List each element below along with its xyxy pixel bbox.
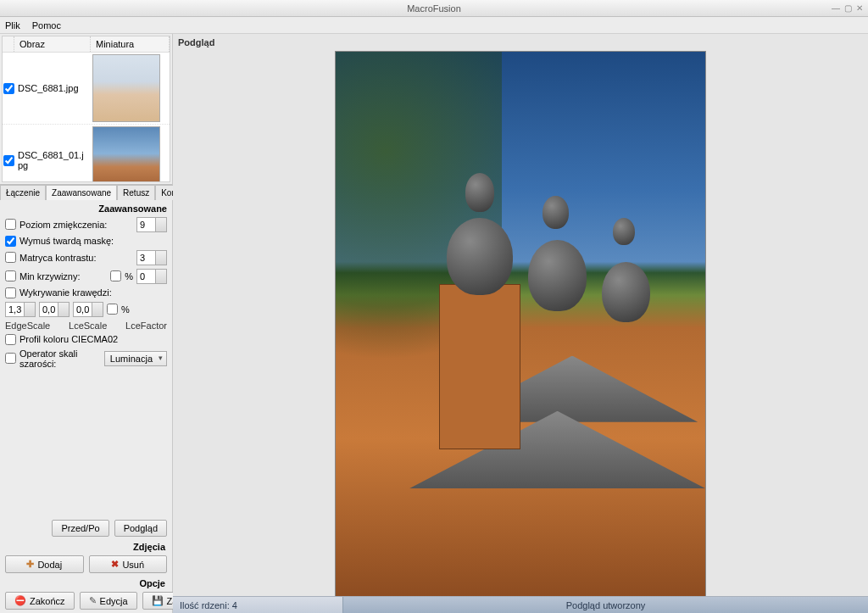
file-name: DSC_6881_01.jpg [14,148,91,172]
grayscale-checkbox[interactable] [5,353,16,364]
left-panel: Obraz Miniatura DSC_6881.jpg DSC_6881_01… [0,34,173,613]
file-thumbnail [92,126,160,181]
remove-button[interactable]: ✖Usuń [89,555,168,573]
file-row[interactable]: DSC_6881.jpg [3,53,170,125]
save-icon: 💾 [152,595,164,606]
preview-area [173,51,868,596]
x-icon: ✖ [111,559,119,570]
file-thumbnail [92,54,160,122]
ciecam-checkbox[interactable] [5,334,16,345]
hardmask-checkbox[interactable] [5,236,16,247]
edgescale-spinner[interactable]: 1,3 [5,302,36,317]
plus-icon: ✚ [26,559,34,570]
mincurv-label: Min krzywizny: [19,271,107,281]
quit-icon: ⛔ [14,595,26,606]
file-checkbox[interactable] [3,83,14,94]
file-name: DSC_6881.jpg [14,81,91,95]
settings-tabs: Łączenie Zaawansowane Retusz Konfiguracj… [0,184,172,200]
advanced-panel: Zaawansowane Poziom zmiękczenia: 9 Wymuś… [0,200,172,372]
col-image-header[interactable]: Obraz [14,36,91,52]
maximize-icon[interactable]: ▢ [843,3,853,14]
before-after-button[interactable]: Przed/Po [52,520,108,537]
menubar: Plik Pomoc [0,17,868,34]
file-list: Obraz Miniatura DSC_6881.jpg DSC_6881_01… [2,36,170,182]
tab-advanced[interactable]: Zaawansowane [46,185,117,200]
grayscale-combo[interactable]: Luminacja [104,351,167,366]
mincurv-spinner[interactable]: 0 [136,269,167,284]
edit-button[interactable]: ✎Edycja [80,592,137,610]
mincurv-checkbox[interactable] [5,270,16,281]
tab-retouch[interactable]: Retusz [117,185,155,200]
mincurv-pct-checkbox[interactable] [110,270,121,281]
statusbar: Ilość rdzeni: 4 Podgląd utworzony [173,596,868,613]
hardmask-label: Wymuś twardą maskę: [19,236,167,246]
edge-checkbox[interactable] [5,287,16,298]
grayscale-label: Operator skali szarości: [19,348,101,369]
options-section-label: Opcje [0,577,172,588]
lcefactor-spinner[interactable]: 0,0 [73,302,103,317]
preview-image [335,51,706,596]
contrast-checkbox[interactable] [5,252,16,263]
close-icon[interactable]: ✕ [854,3,865,14]
preview-label: Podgląd [173,34,868,51]
lcescale-spinner[interactable]: 0,0 [39,302,70,317]
file-list-header: Obraz Miniatura [3,36,170,53]
window-titlebar: MacroFusion — ▢ ✕ [0,0,868,17]
file-row[interactable]: DSC_6881_01.jpg [3,125,170,181]
status-message: Podgląd utworzony [342,597,868,613]
add-button[interactable]: ✚Dodaj [5,555,84,573]
right-panel: Podgląd Ilość rdzeni: 4 Podgląd utworzon… [173,34,868,613]
advanced-title: Zaawansowane [5,203,167,214]
soften-label: Poziom zmiękczenia: [19,220,133,230]
tab-merge[interactable]: Łączenie [0,185,46,200]
edge-pct-checkbox[interactable] [107,304,118,315]
minimize-icon[interactable]: — [831,3,841,14]
edgescale-label: EdgeScale [5,320,50,331]
lcefactor-label: LceFactor [125,320,167,331]
soften-spinner[interactable]: 9 [136,217,167,232]
contrast-label: Matryca kontrastu: [19,253,133,263]
preview-button[interactable]: Podgląd [114,520,167,537]
images-section-label: Zdjęcia [0,540,172,552]
lcescale-label: LceScale [69,320,107,331]
edge-label: Wykrywanie krawędzi: [19,287,167,298]
cores-label: Ilość rdzeni: 4 [173,600,342,610]
file-checkbox[interactable] [3,155,14,166]
col-thumb-header[interactable]: Miniatura [91,36,170,52]
contrast-spinner[interactable]: 3 [136,250,167,265]
menu-file[interactable]: Plik [5,20,20,31]
soften-checkbox[interactable] [5,219,16,230]
ciecam-label: Profil koloru CIECMA02 [19,334,167,344]
window-title: MacroFusion [407,3,461,14]
pencil-icon: ✎ [89,595,97,606]
quit-button[interactable]: ⛔Zakończ [5,592,75,610]
menu-help[interactable]: Pomoc [32,20,61,31]
